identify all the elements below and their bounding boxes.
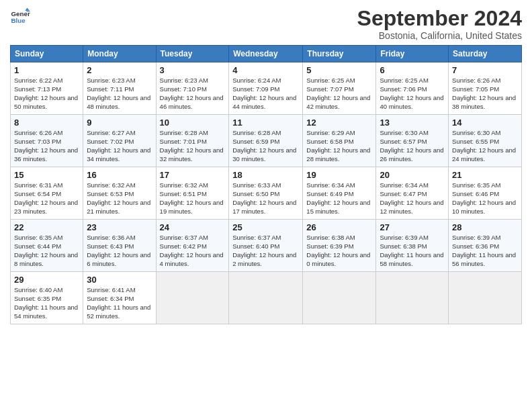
day-number: 17 — [160, 170, 226, 180]
col-saturday: Saturday — [449, 46, 522, 62]
day-info: Sunrise: 6:24 AM Sunset: 7:09 PM Dayligh… — [232, 77, 299, 111]
day-info: Sunrise: 6:23 AM Sunset: 7:10 PM Dayligh… — [160, 77, 226, 111]
day-number: 13 — [380, 118, 445, 128]
calendar-cell: 28 Sunrise: 6:39 AM Sunset: 6:36 PM Dayl… — [449, 220, 522, 272]
calendar-cell — [156, 272, 229, 324]
calendar-cell: 18 Sunrise: 6:33 AM Sunset: 6:50 PM Dayl… — [229, 167, 303, 220]
day-number: 23 — [87, 222, 152, 232]
day-number: 10 — [160, 118, 226, 128]
day-info: Sunrise: 6:36 AM Sunset: 6:43 PM Dayligh… — [87, 234, 152, 268]
day-info: Sunrise: 6:26 AM Sunset: 7:05 PM Dayligh… — [452, 77, 518, 111]
day-number: 30 — [87, 275, 152, 285]
logo: General Blue — [10, 7, 30, 27]
day-info: Sunrise: 6:30 AM Sunset: 6:57 PM Dayligh… — [380, 129, 445, 163]
day-info: Sunrise: 6:29 AM Sunset: 6:58 PM Dayligh… — [306, 129, 372, 163]
svg-text:Blue: Blue — [11, 17, 26, 24]
calendar-cell: 12 Sunrise: 6:29 AM Sunset: 6:58 PM Dayl… — [303, 115, 376, 167]
day-info: Sunrise: 6:38 AM Sunset: 6:39 PM Dayligh… — [306, 234, 372, 268]
calendar-cell: 19 Sunrise: 6:34 AM Sunset: 6:49 PM Dayl… — [303, 167, 376, 220]
calendar-week-1: 1 Sunrise: 6:22 AM Sunset: 7:13 PM Dayli… — [11, 62, 522, 115]
calendar-week-4: 22 Sunrise: 6:35 AM Sunset: 6:44 PM Dayl… — [11, 220, 522, 272]
day-number: 20 — [380, 170, 445, 180]
calendar-week-3: 15 Sunrise: 6:31 AM Sunset: 6:54 PM Dayl… — [11, 167, 522, 220]
col-friday: Friday — [376, 46, 449, 62]
calendar-cell — [376, 272, 449, 324]
day-number: 14 — [452, 118, 518, 128]
day-info: Sunrise: 6:41 AM Sunset: 6:34 PM Dayligh… — [87, 286, 152, 320]
day-info: Sunrise: 6:28 AM Sunset: 7:01 PM Dayligh… — [160, 129, 226, 163]
calendar-cell — [229, 272, 303, 324]
month-title: September 2024 — [357, 7, 522, 30]
calendar-cell — [449, 272, 522, 324]
col-wednesday: Wednesday — [229, 46, 303, 62]
day-info: Sunrise: 6:28 AM Sunset: 6:59 PM Dayligh… — [232, 129, 299, 163]
calendar-cell: 30 Sunrise: 6:41 AM Sunset: 6:34 PM Dayl… — [83, 272, 156, 324]
calendar-container: General Blue September 2024 Bostonia, Ca… — [0, 0, 532, 331]
col-monday: Monday — [83, 46, 156, 62]
calendar-week-2: 8 Sunrise: 6:26 AM Sunset: 7:03 PM Dayli… — [11, 115, 522, 167]
calendar-cell: 22 Sunrise: 6:35 AM Sunset: 6:44 PM Dayl… — [11, 220, 83, 272]
calendar-cell: 23 Sunrise: 6:36 AM Sunset: 6:43 PM Dayl… — [83, 220, 156, 272]
day-number: 29 — [14, 275, 79, 285]
day-number: 9 — [87, 118, 152, 128]
calendar-cell: 24 Sunrise: 6:37 AM Sunset: 6:42 PM Dayl… — [156, 220, 229, 272]
day-info: Sunrise: 6:39 AM Sunset: 6:38 PM Dayligh… — [380, 234, 445, 268]
day-number: 21 — [452, 170, 518, 180]
calendar-cell: 1 Sunrise: 6:22 AM Sunset: 7:13 PM Dayli… — [11, 62, 83, 115]
calendar-cell: 2 Sunrise: 6:23 AM Sunset: 7:11 PM Dayli… — [83, 62, 156, 115]
calendar-cell: 7 Sunrise: 6:26 AM Sunset: 7:05 PM Dayli… — [449, 62, 522, 115]
day-number: 3 — [160, 65, 226, 75]
calendar-cell: 10 Sunrise: 6:28 AM Sunset: 7:01 PM Dayl… — [156, 115, 229, 167]
calendar-cell: 16 Sunrise: 6:32 AM Sunset: 6:53 PM Dayl… — [83, 167, 156, 220]
calendar-cell — [303, 272, 376, 324]
calendar-cell: 25 Sunrise: 6:37 AM Sunset: 6:40 PM Dayl… — [229, 220, 303, 272]
day-info: Sunrise: 6:32 AM Sunset: 6:51 PM Dayligh… — [160, 181, 226, 216]
day-info: Sunrise: 6:25 AM Sunset: 7:07 PM Dayligh… — [306, 77, 372, 111]
day-number: 5 — [306, 65, 372, 75]
calendar-cell: 8 Sunrise: 6:26 AM Sunset: 7:03 PM Dayli… — [11, 115, 83, 167]
day-number: 15 — [14, 170, 79, 180]
title-block: September 2024 Bostonia, California, Uni… — [357, 7, 522, 41]
calendar-table: Sunday Monday Tuesday Wednesday Thursday… — [10, 45, 522, 324]
calendar-cell: 20 Sunrise: 6:34 AM Sunset: 6:47 PM Dayl… — [376, 167, 449, 220]
calendar-cell: 6 Sunrise: 6:25 AM Sunset: 7:06 PM Dayli… — [376, 62, 449, 115]
day-info: Sunrise: 6:27 AM Sunset: 7:02 PM Dayligh… — [87, 129, 152, 163]
calendar-cell: 14 Sunrise: 6:30 AM Sunset: 6:55 PM Dayl… — [449, 115, 522, 167]
calendar-cell: 5 Sunrise: 6:25 AM Sunset: 7:07 PM Dayli… — [303, 62, 376, 115]
day-info: Sunrise: 6:23 AM Sunset: 7:11 PM Dayligh… — [87, 77, 152, 111]
day-info: Sunrise: 6:22 AM Sunset: 7:13 PM Dayligh… — [14, 77, 79, 111]
day-info: Sunrise: 6:37 AM Sunset: 6:42 PM Dayligh… — [160, 234, 226, 268]
day-info: Sunrise: 6:35 AM Sunset: 6:44 PM Dayligh… — [14, 234, 79, 268]
calendar-cell: 15 Sunrise: 6:31 AM Sunset: 6:54 PM Dayl… — [11, 167, 83, 220]
day-number: 8 — [14, 118, 79, 128]
day-number: 16 — [87, 170, 152, 180]
calendar-cell: 9 Sunrise: 6:27 AM Sunset: 7:02 PM Dayli… — [83, 115, 156, 167]
col-thursday: Thursday — [303, 46, 376, 62]
day-info: Sunrise: 6:35 AM Sunset: 6:46 PM Dayligh… — [452, 181, 518, 216]
calendar-cell: 3 Sunrise: 6:23 AM Sunset: 7:10 PM Dayli… — [156, 62, 229, 115]
calendar-cell: 29 Sunrise: 6:40 AM Sunset: 6:35 PM Dayl… — [11, 272, 83, 324]
day-info: Sunrise: 6:30 AM Sunset: 6:55 PM Dayligh… — [452, 129, 518, 163]
day-number: 4 — [232, 65, 299, 75]
day-info: Sunrise: 6:33 AM Sunset: 6:50 PM Dayligh… — [232, 181, 299, 216]
day-number: 25 — [232, 222, 299, 232]
day-number: 24 — [160, 222, 226, 232]
day-number: 18 — [232, 170, 299, 180]
day-info: Sunrise: 6:40 AM Sunset: 6:35 PM Dayligh… — [14, 286, 79, 320]
calendar-cell: 11 Sunrise: 6:28 AM Sunset: 6:59 PM Dayl… — [229, 115, 303, 167]
day-number: 22 — [14, 222, 79, 232]
calendar-cell: 4 Sunrise: 6:24 AM Sunset: 7:09 PM Dayli… — [229, 62, 303, 115]
day-info: Sunrise: 6:26 AM Sunset: 7:03 PM Dayligh… — [14, 129, 79, 163]
day-info: Sunrise: 6:39 AM Sunset: 6:36 PM Dayligh… — [452, 234, 518, 268]
day-number: 27 — [380, 222, 445, 232]
day-number: 2 — [87, 65, 152, 75]
day-info: Sunrise: 6:34 AM Sunset: 6:47 PM Dayligh… — [380, 181, 445, 216]
header-row: General Blue September 2024 Bostonia, Ca… — [10, 7, 522, 41]
day-number: 19 — [306, 170, 372, 180]
location: Bostonia, California, United States — [357, 30, 522, 41]
col-tuesday: Tuesday — [156, 46, 229, 62]
calendar-cell: 21 Sunrise: 6:35 AM Sunset: 6:46 PM Dayl… — [449, 167, 522, 220]
calendar-cell: 26 Sunrise: 6:38 AM Sunset: 6:39 PM Dayl… — [303, 220, 376, 272]
calendar-cell: 17 Sunrise: 6:32 AM Sunset: 6:51 PM Dayl… — [156, 167, 229, 220]
day-info: Sunrise: 6:32 AM Sunset: 6:53 PM Dayligh… — [87, 181, 152, 216]
